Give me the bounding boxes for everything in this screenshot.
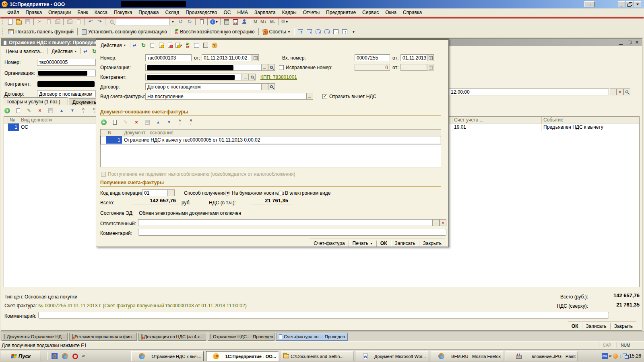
reread-button[interactable]: ↻	[139, 41, 148, 49]
show-function-panel-button[interactable]: Показать панель функций	[6, 27, 76, 37]
ok-button[interactable]: ОК	[568, 323, 582, 329]
close-button[interactable]: ✕	[634, 40, 640, 45]
enter-business-operation-button[interactable]: ДтКт Ввести хозяйственную операцию	[173, 27, 257, 37]
comment-field[interactable]	[38, 312, 609, 319]
contractor-report2-button[interactable]: т	[322, 28, 331, 36]
sort-desc-button[interactable]: Я↓	[186, 118, 195, 126]
invoice-link[interactable]: № 00007255 от 01.11.2013 г. (Счет-фактур…	[38, 302, 247, 309]
copy-row-button[interactable]	[14, 106, 23, 115]
move-up-button[interactable]: ▲	[154, 118, 163, 126]
tray-collapse-chevron[interactable]: «	[609, 353, 612, 359]
menu-operations[interactable]: Операции	[45, 9, 74, 16]
menu-reports[interactable]: Отчеты	[300, 9, 323, 16]
set-main-organization-button[interactable]: Установить основную организацию	[79, 27, 169, 37]
tab-goods-services[interactable]: Товары и услуги (1 поз.)	[3, 97, 68, 105]
network-icon[interactable]	[623, 354, 628, 358]
contragent-ellipsis-button[interactable]: ...	[242, 74, 249, 80]
menu-help[interactable]: Справка	[400, 9, 425, 16]
find-next-button[interactable]: ↺	[176, 18, 185, 26]
selector-header[interactable]	[101, 130, 106, 136]
table-row[interactable]: 1 Отражение НДС к вычету твс00000005 от …	[101, 136, 441, 144]
organization-ellipsis-button[interactable]: ...	[261, 64, 268, 71]
event-column-header[interactable]: Событие	[542, 117, 639, 123]
op-code-ellipsis-button[interactable]: ...	[168, 189, 175, 196]
unpost-button[interactable]	[166, 41, 175, 49]
update-download-icon[interactable]: ↓	[619, 353, 621, 359]
copy-button[interactable]	[148, 41, 157, 49]
delete-row-button[interactable]: ×	[132, 118, 141, 126]
time-ellipsis-button[interactable]: ...	[610, 88, 617, 95]
task-paint[interactable]: вложение.JPG - Paint	[506, 351, 578, 361]
invoice-kind-ellipsis-button[interactable]: ...	[306, 93, 313, 100]
minimize-button[interactable]: ▁	[617, 40, 624, 45]
more-tools-button[interactable]: ▼	[349, 28, 358, 36]
start-button[interactable]: Пуск	[1, 351, 41, 361]
calculator-button[interactable]	[222, 18, 231, 26]
date-calendar-button[interactable]	[252, 54, 259, 61]
menu-warehouse[interactable]: Склад	[162, 9, 182, 16]
print-button[interactable]: Печать ▼	[349, 240, 376, 247]
contragent-field[interactable]	[37, 80, 96, 87]
menu-file[interactable]: Файл	[4, 9, 23, 16]
search-combobox[interactable]: ▼	[116, 18, 176, 25]
mdi-tab-declaration[interactable]: Декларация по НДС (за 4 к...	[138, 333, 206, 341]
actions-button[interactable]: Действия ▼	[97, 42, 130, 49]
clear-button[interactable]: ×	[617, 88, 623, 95]
mdi-tab-regulated[interactable]: Регламентированная и фин...	[69, 333, 137, 341]
restore-button[interactable]	[625, 40, 632, 45]
find-prev-button[interactable]: ↻	[185, 18, 194, 26]
num-column-header[interactable]: №	[8, 117, 19, 123]
correction-checkbox[interactable]	[279, 65, 284, 70]
menu-service[interactable]: Сервис	[359, 9, 382, 16]
number-field[interactable]: твс00000005	[37, 59, 96, 66]
mdi-tab-invoice[interactable]: Счет-фактура по...: Проведен	[276, 333, 348, 341]
memory-recall-button[interactable]: M	[252, 19, 259, 24]
clock[interactable]: 15:26	[629, 353, 641, 359]
responsible-clear-button[interactable]: ×	[440, 219, 446, 226]
actions-button[interactable]: Действия▼	[48, 48, 81, 55]
document-export-button[interactable]: ↥	[340, 28, 349, 36]
menu-purchase[interactable]: Покупка	[111, 9, 135, 16]
close-button[interactable]: Закрыть	[419, 240, 445, 247]
cut-button[interactable]: ✂	[35, 18, 44, 26]
close-button[interactable]: Закрыть	[611, 323, 636, 329]
contragent-field[interactable]	[145, 74, 242, 80]
contract-ellipsis-button[interactable]: ...	[261, 83, 268, 90]
tips-button[interactable]: ? Советы ▼	[260, 27, 293, 37]
reflect-vat-checkbox[interactable]: ✓	[322, 94, 327, 99]
correction-date-field[interactable]: . .	[400, 64, 427, 71]
write-document-button[interactable]: ↵	[130, 41, 139, 49]
move-up-button[interactable]: ▲	[57, 106, 66, 115]
contract-field[interactable]: Договор с поставщиком	[145, 83, 261, 90]
invoice-kind-field[interactable]: На поступление	[145, 93, 306, 100]
quicklaunch-mail[interactable]: @	[50, 352, 59, 360]
tab-payment-documents[interactable]: Документы оп	[69, 98, 97, 105]
resize-window-button[interactable]: ↔	[584, 1, 595, 7]
invoice-button[interactable]: Счет-фактура	[310, 240, 348, 247]
date-field[interactable]: 01.11.2013 11:00:02	[202, 54, 252, 61]
ok-button[interactable]: ОК	[377, 240, 391, 247]
menu-salary[interactable]: Зарплата	[251, 9, 279, 16]
sort-asc-button[interactable]: А↓	[175, 118, 184, 126]
task-firefox[interactable]: BFM.RU - Mozilla Firefox	[431, 351, 503, 361]
move-down-button[interactable]: ▼	[68, 106, 77, 115]
responsible-field[interactable]	[138, 219, 433, 226]
number-field[interactable]: твс00000103	[145, 54, 192, 61]
n-column-header[interactable]: N	[106, 130, 122, 136]
delete-row-button[interactable]: ×	[35, 106, 44, 115]
organization-field[interactable]	[37, 70, 96, 76]
account-cell[interactable]: 19.01	[452, 123, 542, 131]
task-explorer[interactable]: C:\Documents and Settin...	[281, 351, 353, 361]
edit-row-button[interactable]: ✎	[25, 106, 33, 115]
new-document-button[interactable]	[6, 18, 14, 26]
contragent-lookup-button[interactable]	[249, 74, 256, 80]
correction-number-field[interactable]: 0	[355, 64, 390, 71]
save-rows-button[interactable]	[143, 118, 152, 126]
tray-app-icon[interactable]	[613, 354, 618, 359]
move-down-button[interactable]: ▼	[165, 118, 173, 126]
save-button[interactable]	[23, 18, 32, 26]
print-button[interactable]	[65, 18, 74, 26]
chevron-down-icon[interactable]: ▼	[169, 19, 176, 25]
contractor-report-button[interactable]: т	[314, 28, 322, 36]
row-selector[interactable]	[101, 136, 106, 144]
